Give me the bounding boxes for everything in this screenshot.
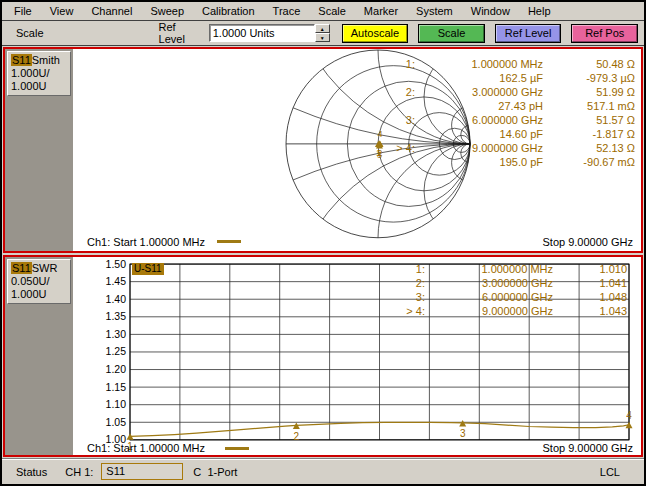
swr-start-label: Ch1: Start 1.00000 MHz [87,442,205,454]
readout-cell: 9.000000 GHz [425,304,553,318]
menu-item-scale[interactable]: Scale [309,3,355,19]
swr-trace-properties[interactable]: S11SWR 0.050U/ 1.000U [7,259,71,304]
menu-item-sweep[interactable]: Sweep [141,3,193,19]
readout-cell: 1.000000 MHz [425,262,553,276]
readout-cell: 50.48 Ω [543,57,635,71]
readout-cell: 1: [369,262,425,276]
svg-text:1.50: 1.50 [106,258,127,270]
readout-cell: 51.57 Ω [543,113,635,127]
readout-cell [359,71,415,85]
menu-item-marker[interactable]: Marker [355,3,407,19]
svg-text:1.30: 1.30 [106,328,127,340]
smith-marker-readout: 1:1.000000 MHz50.48 Ω162.5 µF-979.3 µΩ2:… [359,57,635,169]
svg-text:1.25: 1.25 [106,345,127,357]
readout-cell: > 4: [369,304,425,318]
status-label: Status [16,466,47,478]
readout-cell: > 4: [359,141,415,155]
readout-cell: 1.010 [553,262,627,276]
svg-text:1.35: 1.35 [106,310,127,322]
ref-pos-button[interactable]: Ref Pos [571,24,638,43]
swr-panel: S11SWR 0.050U/ 1.000U 1.501.451.401.351.… [3,255,643,457]
readout-cell: 6.000000 GHz [415,113,543,127]
readout-cell: 6.000000 GHz [425,290,553,304]
smith-trace-format: Smith [32,54,60,66]
readout-cell: 1.043 [553,304,627,318]
smith-scale-per-div: 1.000U/ [11,67,67,80]
swr-trace-format: SWR [32,262,58,274]
swr-ref-value: 1.000U [11,288,67,301]
ref-level-spinner: ▲ ▼ [315,24,330,42]
menu-item-help[interactable]: Help [519,3,560,19]
active-trace-field[interactable]: S11 [101,463,183,480]
readout-cell: 3: [369,290,425,304]
swr-panel-sidebar: S11SWR 0.050U/ 1.000U [5,257,73,455]
svg-text:3: 3 [460,428,466,439]
menu-item-trace[interactable]: Trace [264,3,310,19]
swr-marker-readout: 1:1.000000 MHz1.0102:3.000000 GHz1.0413:… [369,262,627,318]
autoscale-button[interactable]: Autoscale [342,24,409,43]
readout-cell: 52.13 Ω [543,141,635,155]
ref-level-button[interactable]: Ref Level [495,24,562,43]
readout-cell: 517.1 mΩ [543,99,635,113]
smith-trace-param: S11 [11,54,32,66]
lcl-mode-label: LCL [600,466,620,478]
readout-cell: 1.000000 MHz [415,57,543,71]
readout-cell: 195.0 pF [415,155,543,169]
channel-label: CH 1: [65,466,93,478]
sweep-indicator [225,447,249,450]
readout-cell: 2: [369,276,425,290]
toolbar: Scale Ref Level ▲ ▼ Autoscale Scale Ref … [2,21,644,45]
menu-item-file[interactable]: File [5,3,41,19]
readout-cell: 27.43 pH [415,99,543,113]
svg-text:1.45: 1.45 [106,275,127,287]
smith-panel-sidebar: S11Smith 1.000U/ 1.000U [5,49,73,251]
graph-region: S11Smith 1.000U/ 1.000U 1234 1:1.000000 … [2,45,644,458]
sweep-indicator [217,240,241,243]
readout-cell: 3: [359,113,415,127]
spinner-down-icon[interactable]: ▼ [315,33,330,42]
svg-text:4: 4 [626,410,632,421]
readout-cell: 1.048 [553,290,627,304]
spinner-up-icon[interactable]: ▲ [315,24,330,33]
menu-item-system[interactable]: System [407,3,462,19]
svg-text:1.10: 1.10 [106,398,127,410]
smith-stop-label: Stop 9.00000 GHz [542,236,633,248]
smith-start-label: Ch1: Start 1.00000 MHz [87,236,205,248]
readout-cell [359,155,415,169]
status-bar: Status CH 1: S11 C 1-Port LCL [2,458,644,484]
cal-status: C 1-Port [193,466,237,478]
ref-level-input[interactable] [209,24,315,42]
smith-panel: S11Smith 1.000U/ 1.000U 1234 1:1.000000 … [3,47,643,253]
menu-item-view[interactable]: View [41,3,83,19]
readout-cell: -90.67 mΩ [543,155,635,169]
swr-trace-tag: U-S11 [132,263,164,275]
readout-cell: -1.817 Ω [543,127,635,141]
readout-cell: 162.5 µF [415,71,543,85]
svg-text:1.40: 1.40 [106,293,127,305]
swr-scale-per-div: 0.050U/ [11,275,67,288]
readout-cell: 3.000000 GHz [425,276,553,290]
readout-cell [359,127,415,141]
scale-button[interactable]: Scale [418,24,485,43]
svg-text:1.20: 1.20 [106,363,127,375]
menu-item-channel[interactable]: Channel [82,3,141,19]
menu-bar: FileViewChannelSweepCalibrationTraceScal… [2,2,644,21]
swr-stop-label: Stop 9.00000 GHz [542,442,633,454]
readout-cell: 9.000000 GHz [415,141,543,155]
toolbar-mode-label: Scale [16,27,44,39]
swr-chart-area[interactable]: 1.501.451.401.351.301.251.201.151.101.05… [73,257,641,455]
readout-cell: 3.000000 GHz [415,85,543,99]
smith-chart-area[interactable]: 1234 1:1.000000 MHz50.48 Ω162.5 µF-979.3… [73,49,641,251]
menu-item-window[interactable]: Window [462,3,519,19]
readout-cell [359,99,415,113]
readout-cell: 2: [359,85,415,99]
readout-cell: 1: [359,57,415,71]
smith-trace-properties[interactable]: S11Smith 1.000U/ 1.000U [7,51,71,96]
readout-cell: 14.60 pF [415,127,543,141]
menu-item-calibration[interactable]: Calibration [193,3,264,19]
svg-text:1.05: 1.05 [106,416,127,428]
readout-cell: 51.99 Ω [543,85,635,99]
smith-ref-value: 1.000U [11,80,67,93]
svg-text:2: 2 [294,431,300,442]
readout-cell: -979.3 µΩ [543,71,635,85]
